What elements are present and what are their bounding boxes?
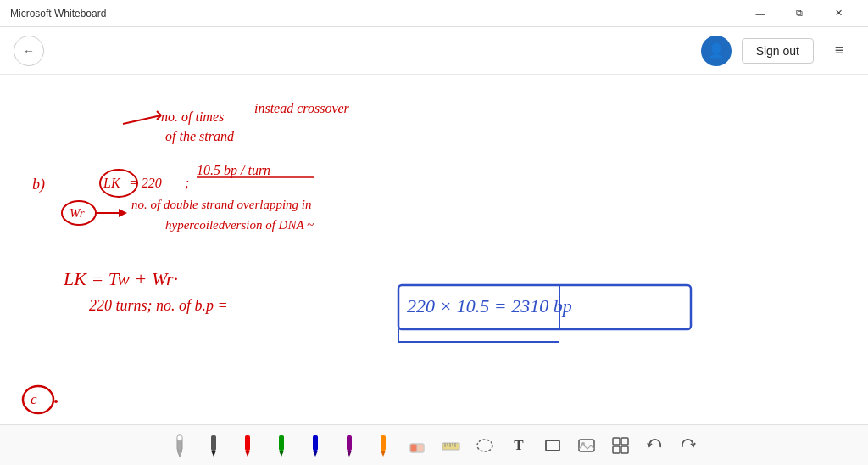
toolbar: T [0,424,868,465]
svg-rect-32 [211,435,216,451]
menu-icon: ≡ [835,42,844,59]
svg-point-52 [477,440,492,451]
svg-text:220 turns; no. of b.p =: 220 turns; no. of b.p = [89,297,228,314]
pen-green-button[interactable] [266,430,297,461]
lasso-button[interactable] [470,430,500,461]
titlebar-controls: — ⧉ ✕ [741,0,858,27]
svg-rect-45 [410,444,417,452]
pen-black-button[interactable] [198,430,229,461]
pen-orange-button[interactable] [368,430,398,461]
svg-marker-16 [119,209,127,217]
redo-button[interactable] [673,430,704,461]
pen-blue-button[interactable] [300,430,331,461]
undo-button[interactable] [639,430,670,461]
titlebar-title: Microsoft Whiteboard [10,8,741,20]
svg-text:instead crossover: instead crossover [254,101,350,115]
svg-rect-38 [313,435,318,451]
svg-rect-58 [613,446,620,453]
svg-point-31 [177,435,182,440]
svg-text:no. of times: no. of times [161,109,224,125]
avatar-icon: 👤 [708,42,725,59]
svg-rect-42 [381,435,386,451]
signout-button[interactable]: Sign out [742,38,814,64]
svg-text:Wr: Wr [70,206,85,220]
svg-marker-37 [279,451,284,457]
handwriting-svg: no. of times instead crossover of the st… [0,75,868,424]
svg-marker-35 [245,451,250,457]
menu-button[interactable]: ≡ [824,36,854,66]
svg-text:= 220: = 220 [129,176,162,190]
svg-text:LK: LK [103,176,121,190]
svg-marker-41 [347,451,352,457]
titlebar: Microsoft Whiteboard — ⧉ ✕ [0,0,868,27]
ruler-button[interactable] [436,430,466,461]
svg-point-26 [23,386,53,413]
svg-text:;: ; [185,176,189,190]
svg-text:LK = Tw + Wr·: LK = Tw + Wr· [63,268,178,289]
pen-purple-button[interactable] [334,430,364,461]
svg-point-28 [54,400,58,403]
svg-text:b): b) [32,176,45,193]
whiteboard-content: no. of times instead crossover of the st… [0,75,868,424]
svg-rect-57 [621,438,628,445]
svg-rect-54 [579,440,594,451]
back-icon: ← [23,44,35,58]
svg-rect-34 [245,435,250,451]
svg-text:of the strand: of the strand [165,129,235,144]
svg-text:10.5 bp / turn: 10.5 bp / turn [197,163,270,178]
svg-marker-33 [211,451,216,457]
app-header: ← 👤 Sign out ≡ [0,27,868,75]
svg-text:no. of double strand overlappi: no. of double strand overlapping in [131,198,312,211]
canvas-area[interactable]: no. of times instead crossover of the st… [0,75,868,424]
user-avatar[interactable]: 👤 [701,36,732,66]
svg-marker-39 [313,451,318,457]
back-button[interactable]: ← [14,36,44,66]
close-button[interactable]: ✕ [819,0,858,27]
eraser-button[interactable] [402,430,432,461]
pen-white-button[interactable] [164,430,195,461]
shape-button[interactable] [537,430,568,461]
svg-text:hypercoiledversion of DNA ~: hypercoiledversion of DNA ~ [165,218,314,232]
image-button[interactable] [571,430,602,461]
svg-rect-36 [279,435,284,451]
restore-button[interactable]: ⧉ [780,0,819,27]
minimize-button[interactable]: — [741,0,780,27]
pen-red-button[interactable] [232,430,263,461]
svg-text:c: c [31,391,37,407]
grid-button[interactable] [605,430,636,461]
svg-text:220 × 10.5 = 2310 bp: 220 × 10.5 = 2310 bp [407,295,572,317]
svg-rect-40 [347,435,352,451]
svg-rect-59 [621,446,628,453]
svg-marker-30 [177,451,182,457]
svg-rect-56 [613,438,620,445]
svg-marker-43 [381,451,386,457]
text-button[interactable]: T [504,430,534,461]
svg-line-0 [123,115,161,124]
svg-rect-53 [546,440,559,451]
